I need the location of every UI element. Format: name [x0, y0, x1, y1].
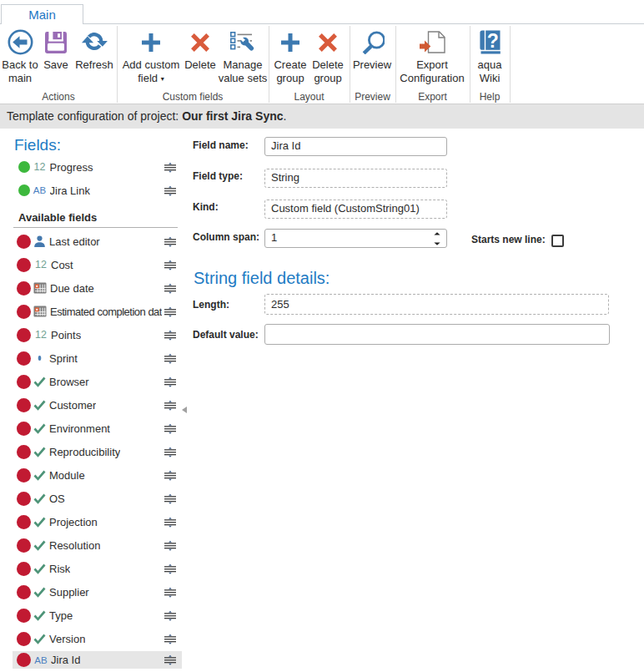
svg-text:?: ? — [486, 30, 498, 52]
